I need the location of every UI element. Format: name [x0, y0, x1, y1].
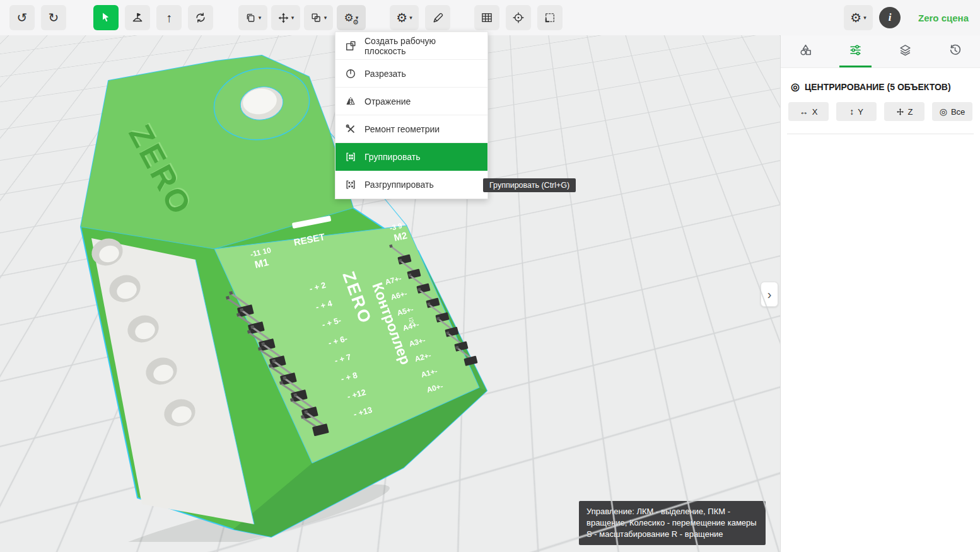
grid-button[interactable] [474, 5, 499, 30]
center-view-button[interactable] [506, 5, 531, 30]
move-icon [277, 12, 289, 24]
menu-item-mirror[interactable]: Отражение [335, 88, 487, 115]
modify-dropdown[interactable]: ⚙⚙ ▾ [337, 5, 366, 30]
menu-item-label: Ремонт геометрии [365, 124, 440, 134]
panel-divider [787, 134, 974, 134]
toolbar: ↺ ↻ ↑ [0, 0, 980, 35]
place-on-plane-button[interactable] [125, 5, 150, 30]
chevron-down-icon: ▾ [291, 14, 295, 21]
slice-icon [344, 68, 357, 79]
target-icon [512, 11, 525, 24]
group-icon [344, 151, 357, 163]
axis-label: Z [908, 107, 913, 117]
panel-title-text: ЦЕНТРИРОВАНИЕ (5 ОБЪЕКТОВ) [805, 82, 951, 92]
tab-history[interactable] [930, 35, 980, 67]
collapse-panel-button[interactable]: › [761, 282, 778, 307]
selection-frame-icon [544, 11, 556, 24]
panel-title: ◎ ЦЕНТРИРОВАНИЕ (5 ОБЪЕКТОВ) [781, 68, 980, 102]
menu-item-slice[interactable]: Разрезать [335, 60, 487, 88]
chevron-down-icon: ▾ [324, 14, 327, 21]
chevron-right-icon: › [767, 288, 772, 301]
gear-icon: ⚙ [850, 11, 861, 24]
scene-settings-dropdown[interactable]: ⚙ ▾ [844, 5, 873, 30]
frame-button[interactable] [537, 5, 563, 30]
axis-label: Все [951, 107, 965, 117]
panel-tabs [781, 35, 980, 68]
undo-button[interactable]: ↺ [9, 5, 35, 30]
axis-buttons: ↔ X ↕ Y Z ◎ Все [781, 102, 980, 121]
copy-icon [245, 12, 257, 24]
axis-label: X [812, 107, 818, 117]
tab-adjust[interactable] [831, 35, 880, 67]
right-panel: ◎ ЦЕНТРИРОВАНИЕ (5 ОБЪЕКТОВ) ↔ X ↕ Y [780, 35, 980, 552]
flag-on-plane-icon [131, 11, 144, 24]
gear-icon: ⚙ [396, 11, 407, 24]
sync-icon [194, 11, 207, 24]
chevron-down-icon: ▾ [409, 14, 412, 21]
select-tool-button[interactable] [93, 5, 119, 30]
repair-icon [344, 124, 357, 135]
panel-body: ◎ ЦЕНТРИРОВАНИЕ (5 ОБЪЕКТОВ) ↔ X ↕ Y [781, 68, 980, 134]
app-window: ↺ ↻ ↑ [0, 0, 980, 552]
arrow-horizontal-icon: ↔ [800, 107, 808, 116]
menu-item-create-workplane[interactable]: Создать рабочую плоскость [335, 32, 487, 60]
redo-icon: ↻ [49, 11, 59, 24]
copy-dropdown[interactable]: ▾ [238, 5, 267, 30]
group-shortcut-tooltip: Группировать (Ctrl+G) [483, 178, 576, 192]
tab-layers[interactable] [880, 35, 930, 67]
duplicate-icon [310, 12, 322, 24]
chevron-down-icon: ▾ [259, 14, 262, 21]
duplicate-dropdown[interactable]: ▾ [304, 5, 333, 30]
undo-icon: ↺ [17, 11, 28, 24]
layers-icon [899, 43, 912, 59]
arrow-vertical-icon: ↕ [849, 107, 854, 116]
scene-title: Zero сцена [918, 13, 969, 23]
shapes-icon [799, 43, 812, 59]
mirror-icon [344, 96, 357, 107]
modify-menu: Создать рабочую плоскость Разрезать Отра… [335, 32, 488, 199]
chevron-down-icon: ▾ [863, 14, 866, 21]
menu-item-group[interactable]: Группировать [335, 143, 487, 171]
center-all-button[interactable]: ◎ Все [932, 102, 972, 121]
move-icon [896, 108, 904, 116]
menu-item-label: Отражение [365, 96, 411, 106]
transform-dropdown[interactable]: ▾ [271, 5, 300, 30]
camera-help-tooltip: Управление: ЛКМ - выделение, ПКМ - враще… [579, 501, 766, 545]
history-icon [948, 43, 962, 59]
cursor-icon [100, 11, 112, 24]
info-button[interactable]: i [879, 7, 901, 28]
menu-item-label: Разгруппировать [365, 180, 434, 190]
settings-dropdown[interactable]: ⚙ ▾ [390, 5, 419, 30]
pencil-icon [432, 12, 444, 24]
sync-button[interactable] [188, 5, 213, 30]
target-icon: ◎ [940, 107, 947, 116]
grid-icon [481, 11, 493, 24]
center-y-button[interactable]: ↕ Y [836, 102, 877, 121]
ungroup-icon [344, 179, 357, 190]
redo-button[interactable]: ↻ [41, 5, 66, 30]
gears-icon: ⚙⚙ [344, 11, 354, 25]
measure-button[interactable] [425, 5, 450, 30]
menu-item-ungroup[interactable]: Разгруппировать [335, 171, 487, 198]
sliders-icon [849, 43, 862, 59]
center-icon: ◎ [791, 82, 800, 92]
axis-label: Y [858, 107, 863, 117]
info-icon: i [889, 11, 892, 23]
menu-item-label: Создать рабочую плоскость [365, 36, 479, 56]
menu-item-label: Группировать [365, 152, 420, 162]
center-z-button[interactable]: Z [884, 102, 925, 121]
workplane-icon [344, 40, 357, 52]
menu-item-label: Разрезать [365, 69, 406, 79]
menu-item-repair[interactable]: Ремонт геометрии [335, 115, 487, 143]
lift-button[interactable]: ↑ [156, 5, 182, 30]
arrow-up-icon: ↑ [166, 11, 172, 24]
center-x-button[interactable]: ↔ X [788, 102, 829, 121]
tab-shapes[interactable] [781, 35, 831, 67]
